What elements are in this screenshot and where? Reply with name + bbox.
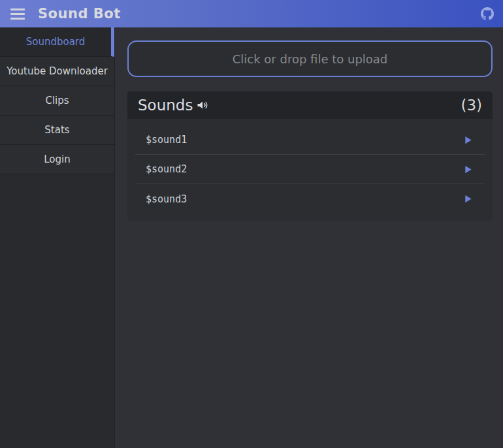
sound-name: $sound1: [146, 134, 187, 146]
sound-list-item: $sound2: [135, 155, 485, 184]
play-icon[interactable]: [462, 193, 474, 205]
sounds-title: Sounds: [138, 97, 193, 114]
sidebar-item-login[interactable]: Login: [0, 145, 114, 174]
top-navbar: Sound Bot: [0, 0, 503, 27]
sound-name: $sound3: [146, 193, 187, 205]
sound-list-item: $sound3: [135, 184, 485, 214]
sounds-list: $sound1 $sound2 $sound3: [127, 119, 493, 221]
sidebar-item-label: Clips: [45, 95, 69, 106]
sidebar-item-label: Login: [44, 153, 70, 165]
play-icon[interactable]: [462, 134, 474, 146]
play-icon[interactable]: [462, 163, 474, 176]
file-upload-dropzone[interactable]: Click or drop file to upload: [127, 40, 493, 77]
sidebar-item-label: Youtube Downloader: [7, 65, 108, 77]
sidebar: Soundboard Youtube Downloader Clips Stat…: [0, 27, 115, 448]
sidebar-item-label: Soundboard: [26, 36, 86, 48]
sounds-panel-header: Sounds (3): [127, 91, 493, 119]
app-title: Sound Bot: [38, 6, 121, 22]
sound-name: $sound2: [146, 163, 187, 175]
sounds-count: (3): [461, 97, 482, 114]
upload-label: Click or drop file to upload: [233, 52, 388, 66]
sidebar-item-soundboard[interactable]: Soundboard: [0, 27, 114, 57]
sidebar-item-youtube-downloader[interactable]: Youtube Downloader: [0, 57, 114, 86]
speaker-volume-icon: [196, 99, 209, 112]
hamburger-menu-icon[interactable]: [7, 4, 29, 24]
sidebar-item-stats[interactable]: Stats: [0, 116, 114, 145]
sound-list-item: $sound1: [135, 125, 485, 155]
sounds-panel: Sounds (3) $sound1: [127, 91, 493, 221]
sidebar-item-clips[interactable]: Clips: [0, 86, 114, 116]
main-content: Click or drop file to upload Sounds (3) …: [115, 27, 503, 448]
github-icon[interactable]: [481, 7, 494, 20]
sidebar-item-label: Stats: [44, 124, 69, 136]
